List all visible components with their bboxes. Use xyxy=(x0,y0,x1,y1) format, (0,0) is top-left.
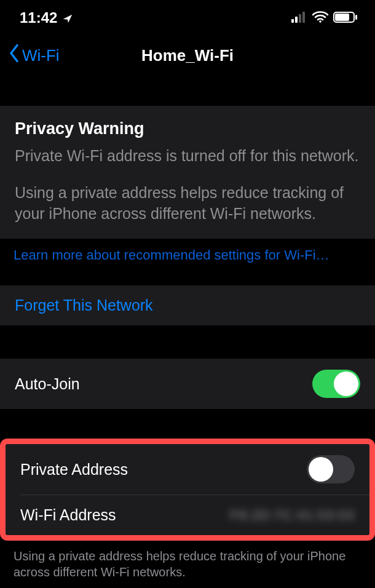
svg-rect-3 xyxy=(302,12,305,23)
privacy-warning-line2: Using a private address helps reduce tra… xyxy=(15,183,360,224)
svg-rect-6 xyxy=(355,15,357,20)
wifi-address-row: Wi-Fi Address F8:2D:7C:41:03:03 xyxy=(6,495,369,535)
location-icon xyxy=(62,13,72,23)
wifi-address-value: F8:2D:7C:41:03:03 xyxy=(230,507,355,523)
svg-point-4 xyxy=(319,20,322,23)
status-time: 11:42 xyxy=(20,9,57,26)
chevron-left-icon xyxy=(9,44,20,67)
back-button[interactable]: Wi-Fi xyxy=(9,44,60,67)
wifi-address-label: Wi-Fi Address xyxy=(20,506,116,524)
forget-network-button[interactable]: Forget This Network xyxy=(0,285,375,325)
private-address-toggle[interactable] xyxy=(307,455,355,483)
private-address-label: Private Address xyxy=(20,461,128,479)
privacy-warning-group: Privacy Warning Private Wi-Fi address is… xyxy=(0,106,375,239)
cellular-icon xyxy=(291,9,307,26)
learn-more-label: Learn more about recommended settings fo… xyxy=(14,247,330,263)
learn-more-link[interactable]: Learn more about recommended settings fo… xyxy=(0,239,375,269)
address-group: Private Address Wi-Fi Address F8:2D:7C:4… xyxy=(6,444,369,535)
svg-rect-0 xyxy=(291,19,294,23)
wifi-icon xyxy=(312,9,328,26)
privacy-warning-heading: Privacy Warning xyxy=(15,119,360,138)
highlight-box: Private Address Wi-Fi Address F8:2D:7C:4… xyxy=(0,439,375,541)
forget-network-label: Forget This Network xyxy=(15,296,153,314)
back-label: Wi-Fi xyxy=(22,46,60,65)
svg-rect-2 xyxy=(299,14,301,23)
privacy-warning-line1: Private Wi-Fi address is turned off for … xyxy=(15,146,360,167)
svg-rect-1 xyxy=(295,17,298,23)
status-bar: 11:42 xyxy=(0,0,375,36)
battery-icon xyxy=(333,9,358,26)
privacy-warning-text: Private Wi-Fi address is turned off for … xyxy=(15,146,360,224)
auto-join-toggle[interactable] xyxy=(312,370,360,398)
private-address-row: Private Address xyxy=(6,444,369,495)
auto-join-row: Auto-Join xyxy=(0,359,375,409)
svg-rect-7 xyxy=(335,14,349,21)
page-title: Home_Wi-Fi xyxy=(141,46,234,65)
nav-bar: Wi-Fi Home_Wi-Fi xyxy=(0,36,375,75)
address-footer-note: Using a private address helps reduce tra… xyxy=(0,541,375,580)
auto-join-label: Auto-Join xyxy=(15,375,80,393)
auto-join-group: Auto-Join xyxy=(0,359,375,409)
forget-network-group: Forget This Network xyxy=(0,285,375,325)
